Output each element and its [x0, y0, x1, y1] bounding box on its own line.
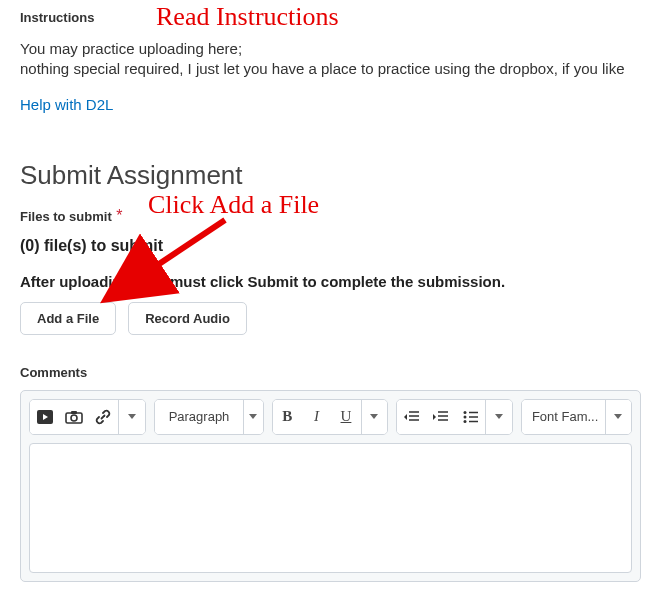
svg-point-5	[463, 415, 466, 418]
paragraph-select[interactable]: Paragraph	[155, 400, 244, 434]
list-group	[396, 399, 513, 435]
camera-icon	[65, 410, 83, 424]
bullet-list-button[interactable]	[456, 400, 485, 434]
outdent-button[interactable]	[397, 400, 426, 434]
comments-label: Comments	[20, 365, 641, 380]
indent-button[interactable]	[427, 400, 456, 434]
paragraph-dropdown[interactable]	[244, 400, 263, 434]
list-more-dropdown[interactable]	[486, 400, 512, 434]
format-more-dropdown[interactable]	[362, 400, 388, 434]
chevron-down-icon	[370, 414, 378, 419]
font-dropdown[interactable]	[606, 400, 631, 434]
format-group: B I U	[272, 399, 389, 435]
instructions-line1: You may practice uploading here;	[20, 40, 242, 57]
media-more-dropdown[interactable]	[119, 400, 145, 434]
add-file-button[interactable]: Add a File	[20, 302, 116, 335]
instructions-body: You may practice uploading here; nothing…	[20, 39, 641, 80]
chevron-down-icon	[128, 414, 136, 419]
rich-text-editor: Paragraph B I U	[20, 390, 641, 582]
files-to-submit-label: Files to submit *	[20, 207, 641, 225]
upload-note: After uploading, you must click Submit t…	[20, 273, 641, 290]
chevron-down-icon	[614, 414, 622, 419]
insert-link-button[interactable]	[89, 400, 118, 434]
required-indicator: *	[116, 207, 122, 224]
link-icon	[95, 409, 111, 425]
font-group: Font Fam...	[521, 399, 632, 435]
insert-media-button[interactable]	[30, 400, 59, 434]
svg-point-4	[463, 411, 466, 414]
indent-icon	[433, 410, 449, 424]
record-audio-button[interactable]: Record Audio	[128, 302, 247, 335]
svg-point-2	[71, 415, 77, 421]
outdent-icon	[404, 410, 420, 424]
editor-toolbar: Paragraph B I U	[29, 399, 632, 435]
bold-button[interactable]: B	[273, 400, 302, 434]
underline-button[interactable]: U	[331, 400, 360, 434]
font-family-select[interactable]: Font Fam...	[522, 400, 605, 434]
paragraph-group: Paragraph	[154, 399, 264, 435]
insert-image-button[interactable]	[59, 400, 88, 434]
help-link[interactable]: Help with D2L	[20, 96, 113, 113]
italic-button[interactable]: I	[302, 400, 331, 434]
files-label-text: Files to submit	[20, 209, 112, 224]
chevron-down-icon	[495, 414, 503, 419]
file-count: (0) file(s) to submit	[20, 237, 641, 255]
list-icon	[463, 410, 479, 424]
media-group	[29, 399, 146, 435]
svg-point-6	[463, 420, 466, 423]
instructions-line2: nothing special required, I just let you…	[20, 60, 625, 77]
svg-rect-3	[71, 411, 77, 414]
editor-textarea[interactable]	[29, 443, 632, 573]
submit-assignment-heading: Submit Assignment	[20, 160, 641, 191]
instructions-heading: Instructions	[20, 10, 641, 25]
play-icon	[37, 410, 53, 424]
chevron-down-icon	[249, 414, 257, 419]
